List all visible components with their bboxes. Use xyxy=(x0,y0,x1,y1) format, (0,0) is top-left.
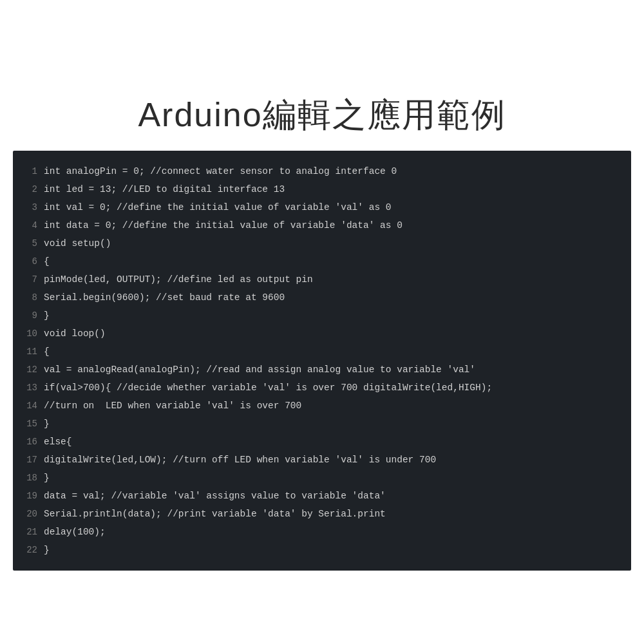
title-area: Arduino編輯之應用範例 xyxy=(45,73,599,151)
line-content: pinMode(led, OUTPUT); //define led as ou… xyxy=(44,270,313,289)
code-line: 15} xyxy=(26,415,618,433)
line-content: val = analogRead(analogPin); //read and … xyxy=(44,361,475,379)
line-content: else{ xyxy=(44,433,72,451)
line-number: 2 xyxy=(26,180,44,198)
line-content: //turn on LED when variable 'val' is ove… xyxy=(44,397,301,415)
line-number: 10 xyxy=(26,325,44,343)
code-line: 12val = analogRead(analogPin); //read an… xyxy=(26,361,618,379)
line-number: 16 xyxy=(26,433,44,451)
code-line: 4int data = 0; //define the initial valu… xyxy=(26,216,618,234)
line-number: 20 xyxy=(26,505,44,523)
code-line: 19data = val; //variable 'val' assigns v… xyxy=(26,487,618,505)
line-number: 15 xyxy=(26,415,44,433)
line-number: 5 xyxy=(26,234,44,252)
code-line: 5void setup() xyxy=(26,234,618,252)
line-content: Serial.println(data); //print variable '… xyxy=(44,505,386,523)
line-content: } xyxy=(44,469,50,487)
code-line: 6{ xyxy=(26,252,618,270)
line-content: } xyxy=(44,415,50,433)
code-line: 22} xyxy=(26,541,618,559)
line-number: 21 xyxy=(26,523,44,541)
code-line: 14//turn on LED when variable 'val' is o… xyxy=(26,397,618,415)
code-line: 13if(val>700){ //decide whether variable… xyxy=(26,379,618,397)
line-number: 7 xyxy=(26,270,44,289)
code-line: 20Serial.println(data); //print variable… xyxy=(26,505,618,523)
line-content: { xyxy=(44,343,50,361)
line-number: 18 xyxy=(26,469,44,487)
line-number: 11 xyxy=(26,343,44,361)
line-number: 3 xyxy=(26,198,44,216)
line-number: 9 xyxy=(26,307,44,325)
line-content: int led = 13; //LED to digital interface… xyxy=(44,180,285,198)
code-line: 9} xyxy=(26,307,618,325)
code-line: 16else{ xyxy=(26,433,618,451)
code-line: 21delay(100); xyxy=(26,523,618,541)
code-line: 17digitalWrite(led,LOW); //turn off LED … xyxy=(26,451,618,469)
line-number: 14 xyxy=(26,397,44,415)
code-line: 10void loop() xyxy=(26,325,618,343)
code-line: 2int led = 13; //LED to digital interfac… xyxy=(26,180,618,198)
line-number: 8 xyxy=(26,289,44,307)
code-line: 8Serial.begin(9600); //set baud rate at … xyxy=(26,289,618,307)
line-content: digitalWrite(led,LOW); //turn off LED wh… xyxy=(44,451,436,469)
line-number: 19 xyxy=(26,487,44,505)
line-content: } xyxy=(44,541,50,559)
line-number: 13 xyxy=(26,379,44,397)
line-content: void setup() xyxy=(44,234,111,252)
line-number: 6 xyxy=(26,252,44,270)
line-number: 12 xyxy=(26,361,44,379)
code-line: 1int analogPin = 0; //connect water sens… xyxy=(26,162,618,180)
line-number: 22 xyxy=(26,541,44,559)
line-number: 1 xyxy=(26,162,44,180)
line-content: int analogPin = 0; //connect water senso… xyxy=(44,162,397,180)
page-container: Arduino編輯之應用範例 1int analogPin = 0; //con… xyxy=(0,0,644,644)
line-content: int val = 0; //define the initial value … xyxy=(44,198,392,216)
line-content: if(val>700){ //decide whether variable '… xyxy=(44,379,492,397)
code-line: 7pinMode(led, OUTPUT); //define led as o… xyxy=(26,270,618,289)
line-content: { xyxy=(44,252,50,270)
code-line: 3int val = 0; //define the initial value… xyxy=(26,198,618,216)
code-block: 1int analogPin = 0; //connect water sens… xyxy=(13,151,631,571)
line-content: int data = 0; //define the initial value… xyxy=(44,216,402,234)
line-content: data = val; //variable 'val' assigns val… xyxy=(44,487,386,505)
line-content: void loop() xyxy=(44,325,106,343)
line-content: delay(100); xyxy=(44,523,106,541)
line-number: 4 xyxy=(26,216,44,234)
code-line: 11{ xyxy=(26,343,618,361)
line-content: Serial.begin(9600); //set baud rate at 9… xyxy=(44,289,285,307)
code-line: 18} xyxy=(26,469,618,487)
page-title: Arduino編輯之應用範例 xyxy=(138,96,506,133)
line-number: 17 xyxy=(26,451,44,469)
line-content: } xyxy=(44,307,50,325)
